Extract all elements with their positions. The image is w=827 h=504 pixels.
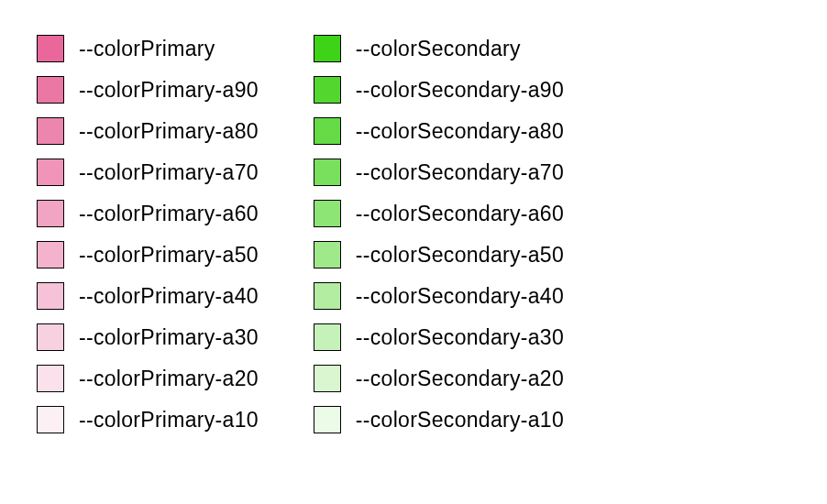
swatch-label: --colorSecondary-a10 [356, 408, 564, 433]
swatch-row: --colorPrimary [37, 35, 259, 62]
swatch-label: --colorPrimary-a30 [79, 325, 259, 350]
swatch-box [314, 35, 341, 62]
swatch-box [37, 76, 64, 104]
swatch-label: --colorPrimary-a80 [79, 119, 259, 144]
swatch-label: --colorSecondary-a90 [356, 78, 564, 103]
swatch-row: --colorPrimary-a20 [37, 365, 259, 392]
swatch-row: --colorSecondary-a20 [314, 365, 564, 392]
swatch-label: --colorPrimary [79, 37, 215, 61]
swatch-box [37, 159, 64, 186]
swatch-box [37, 200, 64, 227]
swatch-label: --colorSecondary-a60 [356, 202, 564, 226]
swatch-box [37, 365, 64, 392]
swatch-label: --colorPrimary-a40 [79, 284, 259, 309]
swatch-row: --colorPrimary-a80 [37, 117, 259, 145]
primary-column: --colorPrimary--colorPrimary-a90--colorP… [37, 35, 259, 433]
swatch-box [314, 200, 341, 227]
swatch-label: --colorSecondary [356, 37, 521, 61]
swatch-row: --colorSecondary-a70 [314, 159, 564, 186]
swatch-row: --colorSecondary-a90 [314, 76, 564, 104]
swatch-row: --colorSecondary [314, 35, 564, 62]
swatch-box [37, 35, 64, 62]
swatch-box [37, 117, 64, 145]
secondary-column: --colorSecondary--colorSecondary-a90--co… [314, 35, 564, 433]
swatch-label: --colorPrimary-a90 [79, 78, 259, 103]
swatch-row: --colorSecondary-a80 [314, 117, 564, 145]
swatch-row: --colorPrimary-a50 [37, 241, 259, 268]
swatch-row: --colorSecondary-a40 [314, 282, 564, 310]
swatch-row: --colorSecondary-a30 [314, 323, 564, 351]
swatch-box [314, 365, 341, 392]
swatch-row: --colorPrimary-a10 [37, 406, 259, 433]
swatch-label: --colorPrimary-a10 [79, 408, 259, 433]
swatch-box [314, 117, 341, 145]
swatch-label: --colorPrimary-a50 [79, 243, 259, 268]
swatch-label: --colorPrimary-a70 [79, 160, 259, 185]
swatch-label: --colorPrimary-a20 [79, 367, 259, 391]
swatch-box [314, 282, 341, 310]
swatch-label: --colorSecondary-a80 [356, 119, 564, 144]
swatch-box [314, 406, 341, 433]
swatch-box [37, 282, 64, 310]
swatch-columns: --colorPrimary--colorPrimary-a90--colorP… [37, 35, 790, 433]
swatch-box [314, 76, 341, 104]
swatch-row: --colorPrimary-a70 [37, 159, 259, 186]
swatch-label: --colorSecondary-a50 [356, 243, 564, 268]
swatch-label: --colorSecondary-a20 [356, 367, 564, 391]
swatch-label: --colorSecondary-a70 [356, 160, 564, 185]
swatch-label: --colorSecondary-a40 [356, 284, 564, 309]
swatch-label: --colorSecondary-a30 [356, 325, 564, 350]
swatch-row: --colorPrimary-a30 [37, 323, 259, 351]
swatch-row: --colorSecondary-a50 [314, 241, 564, 268]
swatch-label: --colorPrimary-a60 [79, 202, 259, 226]
swatch-row: --colorSecondary-a60 [314, 200, 564, 227]
swatch-box [37, 241, 64, 268]
swatch-row: --colorPrimary-a90 [37, 76, 259, 104]
swatch-box [314, 323, 341, 351]
swatch-row: --colorSecondary-a10 [314, 406, 564, 433]
swatch-box [314, 241, 341, 268]
swatch-box [37, 406, 64, 433]
swatch-box [314, 159, 341, 186]
swatch-row: --colorPrimary-a40 [37, 282, 259, 310]
swatch-box [37, 323, 64, 351]
swatch-row: --colorPrimary-a60 [37, 200, 259, 227]
